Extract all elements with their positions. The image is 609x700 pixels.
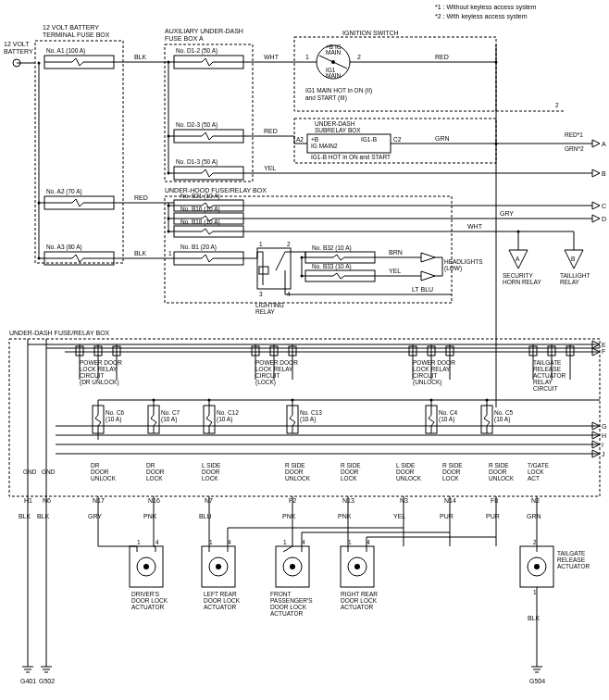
svg-text:No. A1 (100 A): No. A1 (100 A) <box>46 47 85 55</box>
fuse-c4: No. C4(10 A) <box>426 406 458 433</box>
svg-text:BLK: BLK <box>19 513 31 519</box>
note-2: *2 : With keyless access system <box>435 13 528 20</box>
svg-text:R SIDE: R SIDE <box>285 462 305 469</box>
svg-text:DOOR: DOOR <box>396 469 415 475</box>
svg-text:G: G <box>602 423 606 430</box>
aux-title-1: AUXILIARY UNDER-DASH <box>165 28 243 34</box>
svg-text:IG1-B: IG1-B <box>361 136 377 143</box>
svg-text:E: E <box>602 342 606 348</box>
svg-text:No. C7: No. C7 <box>161 409 180 416</box>
svg-text:G401: G401 <box>20 678 36 684</box>
actuator-left-rear: 14 LEFT REARDOOR LOCKACTUATOR <box>202 539 241 610</box>
svg-text:BLK: BLK <box>134 250 147 256</box>
svg-text:TAILGATE: TAILGATE <box>533 359 562 366</box>
svg-line-333 <box>283 546 292 552</box>
svg-text:2: 2 <box>555 102 559 108</box>
svg-text:IGNITION SWITCH: IGNITION SWITCH <box>342 30 399 36</box>
svg-text:2: 2 <box>287 241 291 247</box>
svg-text:PUR: PUR <box>440 513 454 519</box>
svg-text:1: 1 <box>533 589 537 595</box>
svg-text:D: D <box>602 216 606 222</box>
svg-text:(10 A): (10 A) <box>494 416 510 423</box>
svg-text:F: F <box>602 348 605 355</box>
svg-text:MAIN: MAIN <box>326 49 342 56</box>
svg-text:RIGHT REAR: RIGHT REAR <box>341 591 378 597</box>
svg-text:UNLOCK: UNLOCK <box>91 475 117 481</box>
svg-text:No. D2-3 (50 A): No. D2-3 (50 A) <box>176 121 218 129</box>
svg-text:G502: G502 <box>39 678 55 684</box>
svg-text:F8: F8 <box>491 497 498 504</box>
svg-text:ACTUATOR: ACTUATOR <box>341 604 373 610</box>
svg-text:RED*1: RED*1 <box>565 131 583 138</box>
svg-text:and START (III): and START (III) <box>305 94 347 102</box>
svg-text:DOOR: DOOR <box>285 469 304 475</box>
svg-text:No. D1-2 (50 A): No. D1-2 (50 A) <box>176 47 218 55</box>
svg-text:L SIDE: L SIDE <box>396 462 416 469</box>
relay-lock: POWER DOORLOCK RELAYCIRCUIT(LOCK) <box>252 344 298 386</box>
svg-marker-83 <box>592 215 600 222</box>
svg-text:DOOR: DOOR <box>202 469 220 475</box>
svg-text:MAIN: MAIN <box>326 72 342 79</box>
svg-text:BLK: BLK <box>528 615 541 621</box>
svg-marker-123 <box>421 253 435 262</box>
svg-point-349 <box>534 564 540 569</box>
svg-text:UNLOCK: UNLOCK <box>285 475 311 481</box>
svg-text:DOOR: DOOR <box>489 469 507 475</box>
actuator-front-pass: 14 FRONTPASSENGER'SDOOR LOCKACTUATOR <box>270 539 313 617</box>
svg-text:N3: N3 <box>400 497 408 504</box>
svg-text:No. C13: No. C13 <box>300 409 322 416</box>
svg-text:DOOR: DOOR <box>146 469 165 475</box>
svg-text:(10 A): (10 A) <box>439 416 454 423</box>
svg-text:DOOR: DOOR <box>91 469 109 475</box>
svg-text:A2: A2 <box>296 136 304 143</box>
actuator-right-rear: 14 RIGHT REARDOOR LOCKACTUATOR <box>341 539 378 610</box>
svg-text:DR: DR <box>146 462 155 469</box>
svg-text:H: H <box>602 432 606 439</box>
svg-text:(LOCK): (LOCK) <box>255 379 276 386</box>
svg-text:4: 4 <box>302 539 305 545</box>
svg-text:No. A3 (80 A): No. A3 (80 A) <box>46 244 82 251</box>
svg-text:(LOW): (LOW) <box>444 265 462 272</box>
svg-text:ACTUATOR: ACTUATOR <box>533 372 566 379</box>
svg-text:B: B <box>602 170 606 177</box>
svg-text:PNK: PNK <box>338 513 352 519</box>
svg-text:LEFT REAR: LEFT REAR <box>204 591 237 597</box>
svg-text:GRN: GRN <box>435 135 450 142</box>
svg-text:4: 4 <box>155 539 159 545</box>
svg-text:DR: DR <box>91 462 100 469</box>
battery-label-2: BATTERY <box>4 48 33 55</box>
svg-text:ACTUATOR: ACTUATOR <box>131 604 164 610</box>
svg-text:DRIVER'S: DRIVER'S <box>131 591 160 597</box>
lighting-relay <box>257 248 291 289</box>
svg-text:L SIDE: L SIDE <box>202 462 221 469</box>
svg-text:R SIDE: R SIDE <box>341 462 361 469</box>
relay-unlock: POWER DOORLOCK RELAYCIRCUIT(UNLOCK) <box>409 344 455 386</box>
svg-text:POWER DOOR: POWER DOOR <box>413 359 455 366</box>
svg-text:TAILLIGHT: TAILLIGHT <box>560 272 590 279</box>
svg-text:CIRCUIT: CIRCUIT <box>533 385 557 392</box>
svg-text:1: 1 <box>209 539 213 545</box>
svg-text:UNDER-DASH FUSE/RELAY BOX: UNDER-DASH FUSE/RELAY BOX <box>9 330 110 336</box>
svg-text:R SIDE: R SIDE <box>489 462 509 469</box>
svg-text:YEL: YEL <box>389 268 401 274</box>
svg-text:GRN: GRN <box>527 513 541 519</box>
svg-text:PASSENGER'S: PASSENGER'S <box>270 597 313 604</box>
svg-text:BLK: BLK <box>134 54 147 60</box>
svg-text:H1: H1 <box>24 497 32 504</box>
svg-text:(UNLOCK): (UNLOCK) <box>413 379 441 386</box>
svg-text:C2: C2 <box>393 136 402 143</box>
svg-text:1: 1 <box>305 54 309 60</box>
svg-text:CIRCUIT: CIRCUIT <box>80 372 104 379</box>
svg-text:DOOR: DOOR <box>341 469 359 475</box>
svg-text:GRY: GRY <box>88 513 102 519</box>
svg-point-57 <box>38 62 41 65</box>
svg-point-315 <box>216 564 221 569</box>
svg-marker-124 <box>421 271 435 281</box>
svg-text:LOCK: LOCK <box>442 475 459 481</box>
subrelay-title-2: SUBRELAY BOX <box>315 127 361 133</box>
svg-text:RELAY: RELAY <box>560 279 579 285</box>
svg-text:ACT: ACT <box>528 475 540 481</box>
svg-text:HORN RELAY: HORN RELAY <box>503 279 541 285</box>
svg-text:IG MAIN2: IG MAIN2 <box>311 143 338 149</box>
svg-text:No. B21 (10 A): No. B21 (10 A) <box>180 193 220 200</box>
